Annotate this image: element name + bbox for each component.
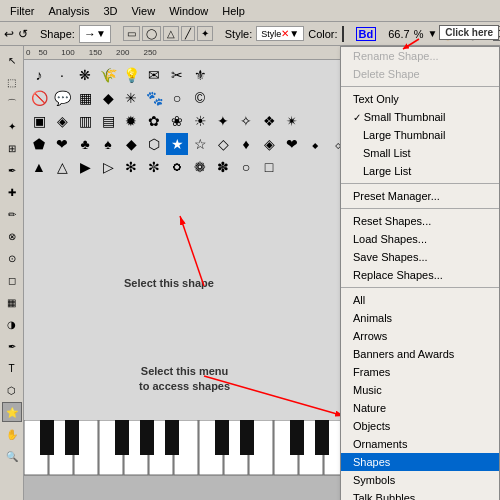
shape-r3c12[interactable]: ✴ bbox=[281, 110, 303, 132]
menu-objects[interactable]: Objects bbox=[341, 417, 499, 435]
shape-r5c7[interactable]: ⭘ bbox=[166, 156, 188, 178]
menu-load[interactable]: Load Shapes... bbox=[341, 230, 499, 248]
shape-r3c4[interactable]: ▤ bbox=[97, 110, 119, 132]
marquee-tool[interactable]: ⬚ bbox=[2, 72, 22, 92]
menu-ornaments[interactable]: Ornaments bbox=[341, 435, 499, 453]
brush-tool[interactable]: ✏ bbox=[2, 204, 22, 224]
shape-wheat[interactable]: 🌾 bbox=[97, 64, 119, 86]
menu-large-thumbnail[interactable]: Large Thumbnail bbox=[341, 126, 499, 144]
menu-music[interactable]: Music bbox=[341, 381, 499, 399]
shape-r4c5[interactable]: ◆ bbox=[120, 133, 142, 155]
menu-analysis[interactable]: Analysis bbox=[42, 3, 95, 19]
shape-r5c8[interactable]: ❁ bbox=[189, 156, 211, 178]
shape-r3c11[interactable]: ❖ bbox=[258, 110, 280, 132]
shape-fleurdelys[interactable]: ⚜ bbox=[189, 64, 211, 86]
style-box[interactable]: Style ✕ ▼ bbox=[256, 26, 304, 41]
triangle-tool[interactable]: △ bbox=[163, 26, 179, 41]
shape-r5c2[interactable]: △ bbox=[51, 156, 73, 178]
magic-wand-tool[interactable]: ✦ bbox=[2, 116, 22, 136]
shape-r3c8[interactable]: ☀ bbox=[189, 110, 211, 132]
shape-r3c7[interactable]: ❀ bbox=[166, 110, 188, 132]
menu-all[interactable]: All bbox=[341, 291, 499, 309]
shape-r4c9[interactable]: ◇ bbox=[212, 133, 234, 155]
menu-text-only[interactable]: Text Only bbox=[341, 90, 499, 108]
shape-speech[interactable]: 💬 bbox=[51, 87, 73, 109]
shape-r5c4[interactable]: ▷ bbox=[97, 156, 119, 178]
crop-tool[interactable]: ⊞ bbox=[2, 138, 22, 158]
shape-dot[interactable]: · bbox=[51, 64, 73, 86]
menu-arrows[interactable]: Arrows bbox=[341, 327, 499, 345]
path-tool[interactable]: ⬡ bbox=[2, 380, 22, 400]
shape-r5c12[interactable] bbox=[281, 156, 303, 178]
menu-shapes[interactable]: Shapes bbox=[341, 453, 499, 471]
menu-save[interactable]: Save Shapes... bbox=[341, 248, 499, 266]
history-tool[interactable]: ⊙ bbox=[2, 248, 22, 268]
shape-circle[interactable]: ○ bbox=[166, 87, 188, 109]
gradient-tool[interactable]: ▦ bbox=[2, 292, 22, 312]
tool-icon-1[interactable]: ↩ bbox=[4, 27, 14, 41]
shape-empty11[interactable] bbox=[304, 87, 326, 109]
shape-r5c10[interactable]: ○ bbox=[235, 156, 257, 178]
menu-frames[interactable]: Frames bbox=[341, 363, 499, 381]
shape-r4c11[interactable]: ◈ bbox=[258, 133, 280, 155]
shape-empty7[interactable] bbox=[212, 87, 234, 109]
menu-large-list[interactable]: Large List bbox=[341, 162, 499, 180]
shape-empty10[interactable] bbox=[281, 87, 303, 109]
shape-r3c10[interactable]: ✧ bbox=[235, 110, 257, 132]
menu-preset-manager[interactable]: Preset Manager... bbox=[341, 187, 499, 205]
shape-fleur[interactable]: ❋ bbox=[74, 64, 96, 86]
shape-copyright[interactable]: © bbox=[189, 87, 211, 109]
ellipse-tool[interactable]: ◯ bbox=[142, 26, 161, 41]
shape-r3c1[interactable]: ▣ bbox=[28, 110, 50, 132]
menu-small-list[interactable]: Small List bbox=[341, 144, 499, 162]
shape-r4c10[interactable]: ♦ bbox=[235, 133, 257, 155]
shape-empty3[interactable] bbox=[258, 64, 280, 86]
shape-r4c12[interactable]: ❤ bbox=[281, 133, 303, 155]
shape-r3c3[interactable]: ▥ bbox=[74, 110, 96, 132]
shape-r5c1[interactable]: ▲ bbox=[28, 156, 50, 178]
shape-r4c1[interactable]: ⬟ bbox=[28, 133, 50, 155]
heal-tool[interactable]: ✚ bbox=[2, 182, 22, 202]
line-tool[interactable]: ╱ bbox=[181, 26, 195, 41]
shape-r5c5[interactable]: ✻ bbox=[120, 156, 142, 178]
shape-empty9[interactable] bbox=[258, 87, 280, 109]
shape-empty5[interactable] bbox=[304, 64, 326, 86]
shape-no[interactable]: 🚫 bbox=[28, 87, 50, 109]
menu-help[interactable]: Help bbox=[216, 3, 251, 19]
shape-diamond-sm[interactable]: ◆ bbox=[97, 87, 119, 109]
menu-window[interactable]: Window bbox=[163, 3, 214, 19]
text-tool[interactable]: T bbox=[2, 358, 22, 378]
custom-shape-tool[interactable]: ✦ bbox=[197, 26, 213, 41]
shape-note[interactable]: ♪ bbox=[28, 64, 50, 86]
menu-nature[interactable]: Nature bbox=[341, 399, 499, 417]
shape-r4c13[interactable]: ⬥ bbox=[304, 133, 326, 155]
menu-reset[interactable]: Reset Shapes... bbox=[341, 212, 499, 230]
shape-r4c4[interactable]: ♠ bbox=[97, 133, 119, 155]
menu-delete[interactable]: Delete Shape bbox=[341, 65, 499, 83]
shape-sunburst[interactable]: ✳ bbox=[120, 87, 142, 109]
shape-r5c9[interactable]: ✽ bbox=[212, 156, 234, 178]
clone-tool[interactable]: ⊗ bbox=[2, 226, 22, 246]
shape-empty2[interactable] bbox=[235, 64, 257, 86]
eraser-tool[interactable]: ◻ bbox=[2, 270, 22, 290]
shape-envelope[interactable]: ✉ bbox=[143, 64, 165, 86]
move-tool[interactable]: ↖ bbox=[2, 50, 22, 70]
menu-3d[interactable]: 3D bbox=[97, 3, 123, 19]
menu-talk-bubbles[interactable]: Talk Bubbles bbox=[341, 489, 499, 500]
zoom-tool-left[interactable]: 🔍 bbox=[2, 446, 22, 466]
pen-tool[interactable]: ✒ bbox=[2, 336, 22, 356]
shape-r4c2[interactable]: ❤ bbox=[51, 133, 73, 155]
shape-r5c11[interactable]: □ bbox=[258, 156, 280, 178]
shape-empty8[interactable] bbox=[235, 87, 257, 109]
shape-dropdown[interactable]: → ▼ bbox=[79, 25, 111, 43]
menu-view[interactable]: View bbox=[125, 3, 161, 19]
dodge-tool[interactable]: ◑ bbox=[2, 314, 22, 334]
hand-pan-tool[interactable]: ✋ bbox=[2, 424, 22, 444]
tool-icon-2[interactable]: ↺ bbox=[18, 27, 28, 41]
shape-r3c9[interactable]: ✦ bbox=[212, 110, 234, 132]
eyedropper-tool[interactable]: ✒ bbox=[2, 160, 22, 180]
zoom-down[interactable]: ▼ bbox=[427, 28, 437, 39]
shape-r5c13[interactable] bbox=[304, 156, 326, 178]
shape-scissors[interactable]: ✂ bbox=[166, 64, 188, 86]
shape-r3c2[interactable]: ◈ bbox=[51, 110, 73, 132]
